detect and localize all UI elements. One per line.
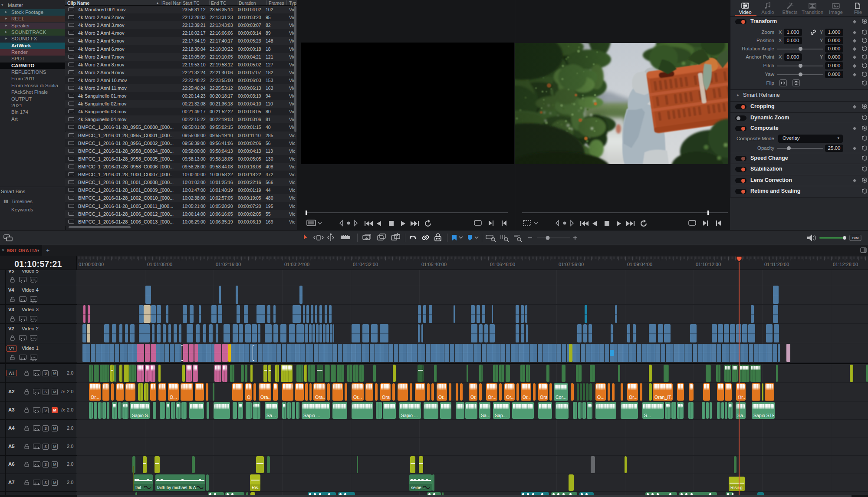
svg-text:DIM: DIM xyxy=(852,236,859,240)
